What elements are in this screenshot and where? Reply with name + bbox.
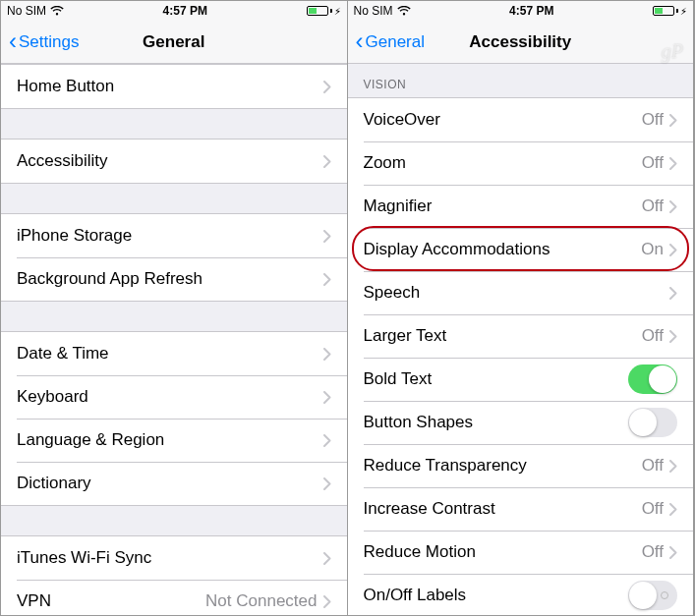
- row-label: Accessibility: [17, 151, 323, 171]
- settings-group: Accessibility: [1, 139, 347, 184]
- chevron-right-icon: [323, 391, 331, 404]
- chevron-right-icon: [323, 230, 331, 243]
- toggle-switch[interactable]: [628, 364, 677, 394]
- chevron-right-icon: [669, 200, 677, 213]
- row-label: Speech: [364, 283, 670, 303]
- row-value: Off: [642, 326, 664, 346]
- settings-row-iphone-storage[interactable]: iPhone Storage: [1, 214, 347, 257]
- row-value: Off: [642, 153, 664, 173]
- toggle-switch[interactable]: [628, 581, 677, 610]
- row-value: On: [641, 240, 664, 259]
- chevron-left-icon: ‹: [356, 29, 364, 53]
- row-value: Off: [642, 542, 664, 562]
- settings-row-voiceover[interactable]: VoiceOverOff: [348, 98, 694, 141]
- row-label: Larger Text: [364, 326, 642, 346]
- row-value: Off: [642, 499, 664, 519]
- settings-row-speech[interactable]: Speech: [348, 271, 694, 314]
- settings-row-date-time[interactable]: Date & Time: [1, 332, 347, 375]
- status-bar: No SIM 4:57 PM ⚡︎: [348, 1, 694, 21]
- settings-row-language-region[interactable]: Language & Region: [1, 419, 347, 462]
- row-value: Off: [642, 110, 664, 130]
- chevron-right-icon: [669, 287, 677, 300]
- row-value: Off: [642, 456, 664, 476]
- clock: 4:57 PM: [509, 4, 553, 18]
- chevron-right-icon: [323, 273, 331, 286]
- settings-row-magnifier[interactable]: MagnifierOff: [348, 185, 694, 228]
- settings-list[interactable]: Home ButtonAccessibilityiPhone StorageBa…: [1, 64, 347, 615]
- row-label: Language & Region: [17, 430, 323, 450]
- chevron-right-icon: [669, 503, 677, 516]
- row-label: Date & Time: [17, 344, 323, 364]
- settings-row-button-shapes[interactable]: Button Shapes: [348, 401, 694, 444]
- left-screenshot: No SIM 4:57 PM ⚡︎ ‹ Settings General Hom…: [1, 1, 348, 615]
- back-label: Settings: [19, 32, 79, 52]
- settings-row-zoom[interactable]: ZoomOff: [348, 141, 694, 185]
- settings-group: iTunes Wi-Fi SyncVPNNot Connected: [1, 535, 347, 615]
- back-button[interactable]: ‹ General: [356, 31, 425, 53]
- settings-group: Date & TimeKeyboardLanguage & RegionDict…: [1, 331, 347, 506]
- row-label: Reduce Transparency: [364, 456, 642, 476]
- right-screenshot: No SIM 4:57 PM ⚡︎ ‹ General Accessibilit…: [348, 1, 695, 615]
- chevron-right-icon: [669, 330, 677, 343]
- nav-header: ‹ General Accessibility: [348, 21, 694, 64]
- chevron-right-icon: [669, 460, 677, 473]
- clock: 4:57 PM: [163, 4, 207, 18]
- settings-row-increase-contrast[interactable]: Increase ContrastOff: [348, 487, 694, 531]
- accessibility-list[interactable]: VisionVoiceOverOffZoomOffMagnifierOffDis…: [348, 64, 694, 615]
- settings-row-background-app-refresh[interactable]: Background App Refresh: [1, 257, 347, 301]
- settings-row-reduce-transparency[interactable]: Reduce TransparencyOff: [348, 444, 694, 487]
- chevron-right-icon: [323, 552, 331, 565]
- wifi-icon: [397, 6, 411, 16]
- settings-group: Home Button: [1, 64, 347, 109]
- nav-header: ‹ Settings General: [1, 21, 347, 64]
- chevron-right-icon: [669, 157, 677, 170]
- chevron-right-icon: [323, 434, 331, 447]
- settings-row-keyboard[interactable]: Keyboard: [1, 375, 347, 419]
- row-label: Dictionary: [17, 474, 323, 493]
- battery-icon: ⚡︎: [653, 6, 687, 17]
- row-label: Display Accommodations: [364, 240, 642, 259]
- carrier-label: No SIM: [7, 4, 46, 18]
- chevron-right-icon: [669, 244, 677, 256]
- settings-row-on-off-labels[interactable]: On/Off Labels: [348, 574, 694, 615]
- settings-row-bold-text[interactable]: Bold Text: [348, 358, 694, 401]
- row-value: Not Connected: [205, 591, 317, 611]
- chevron-right-icon: [323, 348, 331, 361]
- row-label: iTunes Wi-Fi Sync: [17, 548, 323, 568]
- back-label: General: [366, 32, 425, 52]
- row-label: VoiceOver: [364, 110, 642, 130]
- row-label: Zoom: [364, 153, 642, 173]
- row-label: Magnifier: [364, 196, 642, 216]
- row-value: Off: [642, 196, 664, 216]
- row-label: VPN: [17, 591, 205, 611]
- chevron-right-icon: [669, 114, 677, 127]
- toggle-switch[interactable]: [628, 408, 677, 437]
- settings-row-home-button[interactable]: Home Button: [1, 65, 347, 108]
- settings-row-itunes-wi-fi-sync[interactable]: iTunes Wi-Fi Sync: [1, 536, 347, 580]
- row-label: Bold Text: [364, 369, 629, 389]
- settings-row-accessibility[interactable]: Accessibility: [1, 140, 347, 183]
- carrier-label: No SIM: [354, 4, 393, 18]
- chevron-right-icon: [323, 155, 331, 168]
- settings-row-larger-text[interactable]: Larger TextOff: [348, 314, 694, 358]
- chevron-left-icon: ‹: [9, 29, 17, 53]
- settings-row-vpn[interactable]: VPNNot Connected: [1, 580, 347, 615]
- row-label: Background App Refresh: [17, 269, 323, 289]
- row-label: Increase Contrast: [364, 499, 642, 519]
- row-label: On/Off Labels: [364, 586, 629, 605]
- settings-row-display-accommodations[interactable]: Display AccommodationsOn: [348, 228, 694, 271]
- row-label: Keyboard: [17, 387, 323, 407]
- row-label: iPhone Storage: [17, 226, 323, 246]
- settings-row-reduce-motion[interactable]: Reduce MotionOff: [348, 531, 694, 574]
- status-bar: No SIM 4:57 PM ⚡︎: [1, 1, 347, 21]
- settings-row-dictionary[interactable]: Dictionary: [1, 462, 347, 505]
- chevron-right-icon: [323, 477, 331, 490]
- chevron-right-icon: [669, 546, 677, 559]
- back-button[interactable]: ‹ Settings: [9, 31, 79, 53]
- battery-icon: ⚡︎: [307, 6, 341, 17]
- vision-group: VoiceOverOffZoomOffMagnifierOffDisplay A…: [348, 97, 694, 615]
- row-label: Button Shapes: [364, 413, 629, 432]
- settings-group: iPhone StorageBackground App Refresh: [1, 213, 347, 302]
- chevron-right-icon: [323, 595, 331, 608]
- wifi-icon: [50, 6, 64, 16]
